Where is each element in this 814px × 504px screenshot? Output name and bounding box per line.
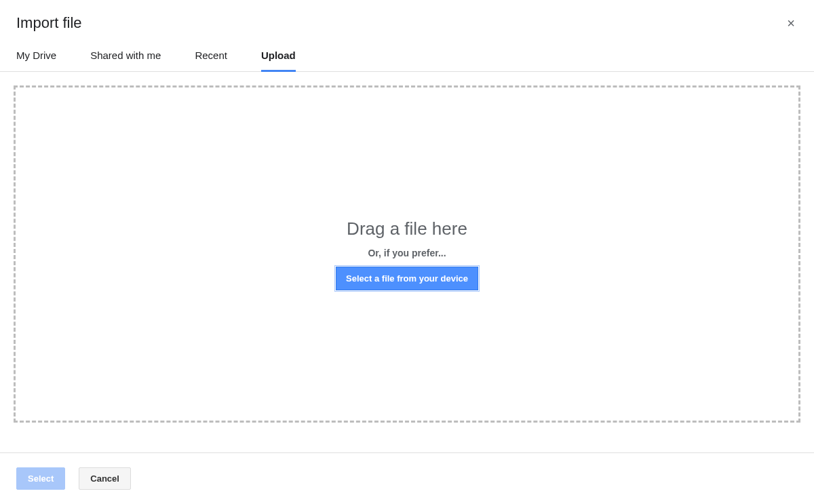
dialog-footer: Select Cancel [0,452,814,504]
tabs-bar: My Drive Shared with me Recent Upload [0,39,814,72]
dialog-title: Import file [16,14,82,32]
cancel-button[interactable]: Cancel [79,467,131,490]
or-text: Or, if you prefer... [368,248,446,258]
close-icon[interactable]: × [784,14,798,33]
dialog-header: Import file × [0,0,814,39]
tab-recent[interactable]: Recent [195,39,227,71]
drag-title: Drag a file here [347,218,467,239]
tab-shared-with-me[interactable]: Shared with me [90,39,161,71]
select-file-from-device-button[interactable]: Select a file from your device [336,267,478,290]
select-button[interactable]: Select [16,467,65,490]
tab-my-drive[interactable]: My Drive [16,39,56,71]
tab-upload[interactable]: Upload [261,39,296,71]
content-area: Drag a file here Or, if you prefer... Se… [0,72,814,423]
upload-dropzone[interactable]: Drag a file here Or, if you prefer... Se… [14,85,800,423]
